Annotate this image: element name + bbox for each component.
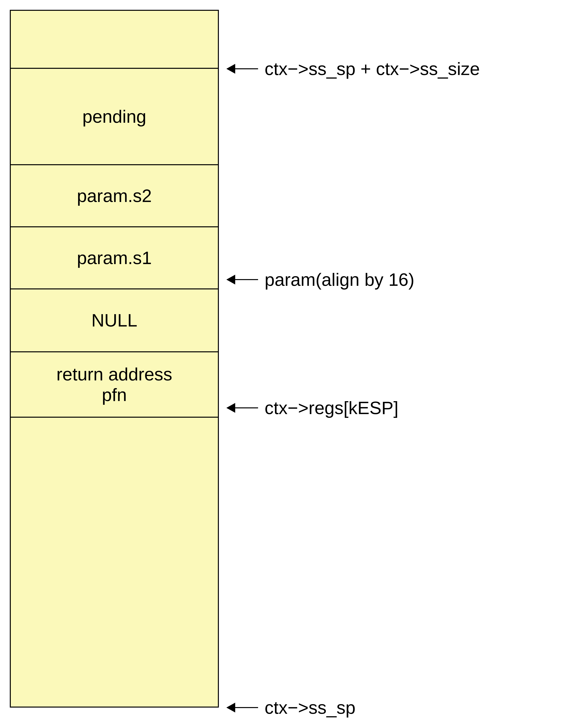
annotation-1: param(align by 16) (227, 269, 414, 290)
annotation-label: param(align by 16) (265, 269, 414, 290)
annotation-label: ctx−>ss_sp (265, 697, 355, 718)
stack-row-2: param.s2 (11, 165, 218, 227)
stack-row-4: NULL (11, 289, 218, 352)
annotation-label: ctx−>regs[kESP] (265, 397, 398, 418)
stack-row-1: pending (11, 69, 218, 165)
stack-row-0 (11, 11, 218, 69)
annotation-label: ctx−>ss_sp + ctx−>ss_size (265, 58, 480, 79)
arrow-left-icon (227, 68, 258, 69)
stack-row-3: param.s1 (11, 227, 218, 289)
arrow-left-icon (227, 407, 258, 408)
stack-row-6 (11, 418, 218, 706)
stack-row-5: return address pfn (11, 352, 218, 418)
stack-box: pendingparam.s2param.s1NULLreturn addres… (10, 10, 219, 707)
annotation-2: ctx−>regs[kESP] (227, 397, 398, 418)
annotation-3: ctx−>ss_sp (227, 697, 355, 718)
diagram-canvas: pendingparam.s2param.s1NULLreturn addres… (0, 0, 588, 719)
arrow-left-icon (227, 279, 258, 280)
arrow-left-icon (227, 707, 258, 708)
annotation-0: ctx−>ss_sp + ctx−>ss_size (227, 58, 480, 79)
